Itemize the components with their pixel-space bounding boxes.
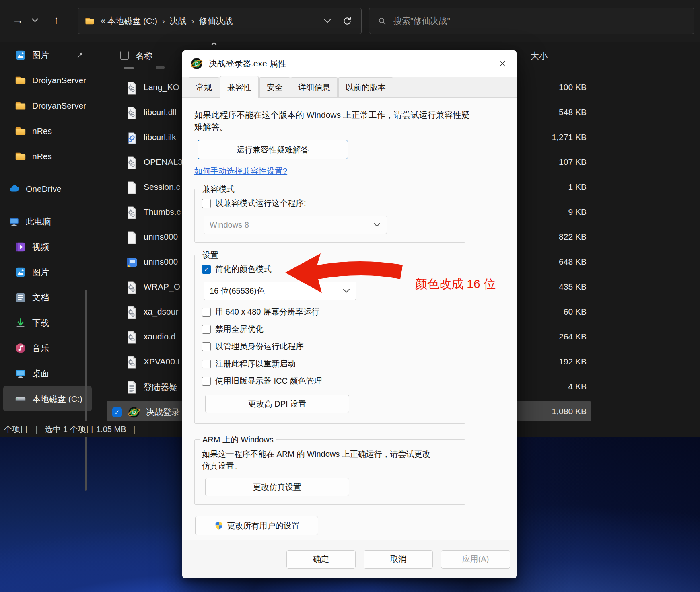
documents-icon [14,292,27,304]
app-file-icon [128,405,140,419]
sidebar-item-label: 此电脑 [26,216,51,227]
register-for-restart-checkbox[interactable] [202,360,211,368]
sidebar-item-nres-2[interactable]: nRes [3,144,92,169]
annotation-text: 颜色改成 16 位 [415,276,496,292]
file-size: 264 KB [559,332,587,341]
color-depth-value: 16 位(65536)色 [210,286,265,296]
file-name: unins000 [144,232,178,242]
downloads-icon [14,317,27,329]
file-size: 60 KB [564,307,587,317]
close-button[interactable] [496,57,509,70]
sidebar-item-this-pc[interactable]: 此电脑 [3,209,92,234]
sidebar-item-pictures[interactable]: 图片 [3,259,92,285]
search-input[interactable] [393,16,636,26]
search-box[interactable] [369,8,694,34]
sidebar-item-desktop[interactable]: 桌面 [3,361,92,386]
breadcrumb-separator: › [191,16,194,26]
nav-history-chevron[interactable] [29,11,41,29]
sidebar-item-label: 图片 [32,49,49,61]
address-bar[interactable]: « 本地磁盘 (C:) › 决战 › 修仙决战 [78,8,362,34]
onedrive-icon [8,183,20,195]
apply-button[interactable]: 应用(A) [441,550,510,569]
column-divider[interactable] [591,47,591,62]
desktop-screen: → ↑ « 本地磁盘 (C:) › 决战 › 修仙决战 [0,0,700,592]
run-troubleshooter-button[interactable]: 运行兼容性疑难解答 [198,140,348,159]
sidebar-item-nres-1[interactable]: nRes [3,118,92,144]
search-icon [377,16,387,26]
file-name: WRAP_O [144,282,180,292]
cancel-button[interactable]: 取消 [364,550,433,569]
resolution-640x480-checkbox[interactable] [202,308,211,317]
change-emulation-button[interactable]: 更改仿真设置 [205,478,349,496]
compat-os-dropdown[interactable]: Windows 8 [204,216,387,234]
breadcrumb-segment-drive[interactable]: 本地磁盘 (C:) [107,15,157,27]
file-name: 决战登录 [146,407,180,418]
file-name: xaudio.d [144,332,175,341]
sidebar-item-downloads[interactable]: 下载 [3,310,92,335]
selection-summary: 选中 1 个项目 1.05 MB [45,424,126,435]
tab-compatibility[interactable]: 兼容性 [220,76,259,98]
column-divider[interactable] [526,47,526,62]
breadcrumb-collapse[interactable]: « [101,16,105,26]
resolution-640x480-checkbox-row[interactable]: 用 640 x 480 屏幕分辨率运行 [202,306,458,317]
folder-icon [14,150,27,162]
disable-fullscreen-optimizations-checkbox[interactable] [202,325,211,334]
legacy-icc-color-checkbox-row[interactable]: 使用旧版显示器 ICC 颜色管理 [202,376,458,386]
file-size: 107 KB [559,157,587,167]
change-high-dpi-button[interactable]: 更改高 DPI 设置 [205,395,349,413]
tab-general[interactable]: 常规 [189,77,219,98]
tab-previous-versions[interactable]: 以前的版本 [338,77,393,98]
row-checkbox-checked[interactable]: ✓ [112,407,122,417]
file-name: xa_dsour [144,307,178,317]
legacy-icc-color-checkbox[interactable] [202,377,211,386]
column-header-size[interactable]: 大小 [531,50,548,62]
change-all-users-button[interactable]: 更改所有用户的设置 [195,516,318,535]
desktop-icon [14,368,27,380]
compatibility-page: 如果此程序不能在这个版本的 Windows 上正常工作，请尝试运行兼容性疑难解答… [182,98,517,535]
dialog-title: 决战登录器.exe 属性 [209,58,286,69]
sidebar-item-pictures-pinned[interactable]: 图片 [3,42,92,68]
file-name: libcurl.dll [144,107,177,117]
sidebar-item-droiyanserver-2[interactable]: DroiyanServer [3,93,92,118]
breadcrumb-segment-current[interactable]: 修仙决战 [199,15,233,27]
tab-details[interactable]: 详细信息 [291,77,338,98]
file-name: Thumbs.c [144,207,181,217]
reduced-color-checkbox-checked[interactable]: ✓ [202,265,211,274]
sidebar-item-label: OneDrive [26,184,62,194]
tab-security[interactable]: 安全 [259,77,290,98]
system-file-icon [125,306,138,319]
sidebar-item-label: 图片 [32,267,49,278]
ok-button[interactable]: 确定 [286,550,356,569]
file-name: Lang_KO [144,82,179,92]
select-all-checkbox[interactable] [120,51,129,60]
clipped-row-fragment [156,66,165,69]
refresh-icon[interactable] [342,16,352,26]
address-dropdown-chevron[interactable] [323,18,331,24]
compat-mode-checkbox-row[interactable]: 以兼容模式运行这个程序: [202,198,458,209]
reduced-color-label: 简化的颜色模式 [215,264,272,275]
register-for-restart-checkbox-row[interactable]: 注册此程序以重新启动 [202,358,458,369]
up-button[interactable]: ↑ [47,11,65,29]
sidebar-item-local-disk-c[interactable]: 本地磁盘 (C:) [3,386,92,411]
run-as-administrator-checkbox-row[interactable]: 以管理员身份运行此程序 [202,341,458,352]
dialog-footer: 确定 取消 应用(A) [182,540,517,578]
breadcrumb-segment-folder[interactable]: 决战 [170,15,187,27]
sidebar-item-onedrive[interactable]: OneDrive [3,176,92,201]
column-header-name[interactable]: 名称 [136,50,152,62]
chevron-down-icon [373,222,381,228]
manual-compatibility-link[interactable]: 如何手动选择兼容性设置? [194,166,287,177]
disable-fullscreen-optimizations-checkbox-row[interactable]: 禁用全屏优化 [202,324,458,335]
pictures-icon [14,49,27,61]
run-as-administrator-checkbox[interactable] [202,342,211,351]
dialog-title-bar: 决战登录器.exe 属性 [182,50,517,77]
sidebar-scrollbar[interactable] [85,290,87,491]
file-name: 登陆器疑 [144,382,177,393]
sidebar-item-documents[interactable]: 文档 [3,285,92,310]
sidebar-item-videos[interactable]: 视频 [3,234,92,259]
forward-button[interactable]: → [9,11,27,29]
sidebar-item-droiyanserver-1[interactable]: DroiyanServer [3,68,92,93]
sidebar-item-music[interactable]: 音乐 [3,335,92,361]
compatibility-intro-text: 如果此程序不能在这个版本的 Windows 上正常工作，请尝试运行兼容性疑难解答… [194,109,476,133]
clipped-row-fragment [124,67,134,69]
compat-mode-checkbox[interactable] [202,199,211,208]
